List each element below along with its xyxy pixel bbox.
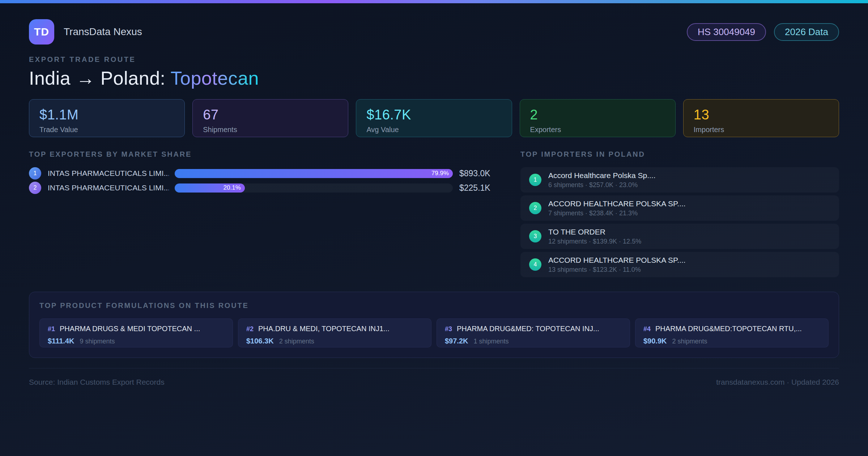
products-grid: #1 PHARMA DRUGS & MEDI TOPOTECAN ... $11… (39, 318, 829, 347)
exporters-heading: TOP EXPORTERS BY MARKET SHARE (29, 150, 497, 159)
exporter-row[interactable]: 2 INTAS PHARMACEUTICALS LIMI... 20.1% $2… (29, 182, 497, 194)
importers-heading: TOP IMPORTERS IN POLAND (520, 150, 839, 159)
importer-item[interactable]: 2 ACCORD HEALTHCARE POLSKA SP.... 7 ship… (520, 195, 839, 221)
stat-card-shipments: 67 Shipments (192, 99, 348, 137)
product-value: $111.4K (48, 337, 74, 345)
product-value: $106.3K (246, 337, 274, 345)
stat-value: 13 (694, 107, 829, 123)
stat-value: $1.1M (39, 107, 174, 123)
brand-logo: TD (29, 19, 54, 45)
stat-card-importers: 13 Importers (683, 99, 839, 137)
market-share-bar: 79.9% (175, 169, 453, 178)
stat-label: Shipments (203, 126, 338, 134)
rank-badge: 2 (529, 202, 541, 214)
product-card[interactable]: #2 PHA.DRU & MEDI, TOPOTECAN INJ1... $10… (238, 318, 431, 347)
product-card[interactable]: #1 PHARMA DRUGS & MEDI TOPOTECAN ... $11… (39, 318, 233, 347)
stat-value: $16.7K (366, 107, 501, 123)
brand: TD TransData Nexus (29, 19, 142, 45)
exporter-value: $893.0K (459, 169, 497, 178)
importer-meta: 6 shipments · $257.0K · 23.0% (548, 181, 655, 189)
product-meta-row: $111.4K 9 shipments (48, 337, 225, 345)
product-value: $97.2K (445, 337, 468, 345)
product-shipments: 2 shipments (279, 338, 314, 345)
product-rank: #1 (48, 325, 55, 333)
importer-meta: 13 shipments · $123.2K · 11.0% (548, 266, 686, 274)
product-name: PHARMA DRUGS & MEDI TOPOTECAN ... (60, 325, 200, 333)
top-accent-bar (0, 0, 868, 3)
title-route: India → Poland: (29, 68, 171, 89)
product-name: PHA.DRU & MEDI, TOPOTECAN INJ1... (258, 325, 390, 333)
importer-name: ACCORD HEALTHCARE POLSKA SP.... (548, 256, 686, 265)
market-share-label: 20.1% (224, 184, 241, 191)
brand-name: TransData Nexus (64, 26, 142, 38)
rank-badge: 1 (29, 167, 41, 180)
page-container: TD TransData Nexus HS 30049049 2026 Data… (0, 3, 868, 387)
product-rank: #3 (445, 325, 452, 333)
hs-code-badge[interactable]: HS 30049049 (687, 23, 766, 41)
exporter-value: $225.1K (459, 183, 497, 193)
importer-name: TO THE ORDER (548, 228, 641, 236)
importer-name: ACCORD HEALTHCARE POLSKA SP.... (548, 199, 686, 208)
stat-card-trade-value: $1.1M Trade Value (29, 99, 185, 137)
rank-badge: 3 (529, 230, 541, 242)
product-rank: #4 (643, 325, 651, 333)
stat-label: Exporters (530, 126, 665, 134)
product-title-row: #4 PHARMA DRUG&MED:TOPOTECAN RTU,... (643, 325, 820, 333)
importer-item[interactable]: 3 TO THE ORDER 12 shipments · $139.9K · … (520, 224, 839, 249)
product-card[interactable]: #4 PHARMA DRUG&MED:TOPOTECAN RTU,... $90… (635, 318, 829, 347)
product-meta-row: $106.3K 2 shipments (246, 337, 423, 345)
product-rank: #2 (246, 325, 254, 333)
header: TD TransData Nexus HS 30049049 2026 Data (29, 3, 839, 45)
product-shipments: 9 shipments (80, 338, 115, 345)
importer-meta: 12 shipments · $139.9K · 12.5% (548, 238, 641, 245)
rank-badge: 1 (529, 174, 541, 186)
stat-label: Trade Value (39, 126, 174, 134)
market-share-bar-track: 79.9% (175, 169, 453, 178)
product-title-row: #2 PHA.DRU & MEDI, TOPOTECAN INJ1... (246, 325, 423, 333)
exporter-row[interactable]: 1 INTAS PHARMACEUTICALS LIMI... 79.9% $8… (29, 167, 497, 180)
products-heading: TOP PRODUCT FORMULATIONS ON THIS ROUTE (39, 301, 829, 310)
exporter-name: INTAS PHARMACEUTICALS LIMI... (48, 169, 169, 178)
product-meta-row: $97.2K 1 shipments (445, 337, 622, 345)
market-share-bar-track: 20.1% (175, 183, 453, 193)
stat-label: Avg Value (366, 126, 501, 134)
eyebrow-label: EXPORT TRADE ROUTE (29, 55, 839, 64)
product-title-row: #3 PHARMA DRUG&MED: TOPOTECAN INJ... (445, 325, 622, 333)
importers-list: 1 Accord Healthcare Polska Sp.... 6 ship… (520, 167, 839, 277)
product-title-row: #1 PHARMA DRUGS & MEDI TOPOTECAN ... (48, 325, 225, 333)
products-panel: TOP PRODUCT FORMULATIONS ON THIS ROUTE #… (29, 292, 839, 358)
importer-info: ACCORD HEALTHCARE POLSKA SP.... 7 shipme… (548, 199, 686, 217)
footer-source: Source: Indian Customs Export Records (29, 378, 165, 387)
exporters-list: 1 INTAS PHARMACEUTICALS LIMI... 79.9% $8… (29, 167, 497, 194)
importer-info: TO THE ORDER 12 shipments · $139.9K · 12… (548, 228, 641, 245)
importer-name: Accord Healthcare Polska Sp.... (548, 171, 655, 180)
rank-badge: 4 (529, 258, 541, 271)
importer-item[interactable]: 4 ACCORD HEALTHCARE POLSKA SP.... 13 shi… (520, 252, 839, 277)
market-share-label: 79.9% (431, 170, 449, 177)
footer-site: transdatanexus.com · Updated 2026 (716, 378, 839, 387)
product-meta-row: $90.9K 2 shipments (643, 337, 820, 345)
header-badges: HS 30049049 2026 Data (687, 23, 839, 41)
exporter-name: INTAS PHARMACEUTICALS LIMI... (48, 183, 169, 192)
main-columns: TOP EXPORTERS BY MARKET SHARE 1 INTAS PH… (29, 150, 839, 277)
stat-label: Importers (694, 126, 829, 134)
product-name: PHARMA DRUG&MED: TOPOTECAN INJ... (457, 325, 599, 333)
stat-value: 2 (530, 107, 665, 123)
importer-info: Accord Healthcare Polska Sp.... 6 shipme… (548, 171, 655, 189)
product-shipments: 1 shipments (474, 338, 509, 345)
page-title: India → Poland: Topotecan (29, 67, 839, 89)
title-product: Topotecan (171, 68, 259, 89)
exporters-section: TOP EXPORTERS BY MARKET SHARE 1 INTAS PH… (29, 150, 497, 194)
product-value: $90.9K (643, 337, 667, 345)
stat-card-avg-value: $16.7K Avg Value (356, 99, 512, 137)
product-card[interactable]: #3 PHARMA DRUG&MED: TOPOTECAN INJ... $97… (437, 318, 630, 347)
stat-cards: $1.1M Trade Value 67 Shipments $16.7K Av… (29, 99, 839, 137)
importer-info: ACCORD HEALTHCARE POLSKA SP.... 13 shipm… (548, 256, 686, 274)
stat-value: 67 (203, 107, 338, 123)
product-name: PHARMA DRUG&MED:TOPOTECAN RTU,... (655, 325, 802, 333)
footer: Source: Indian Customs Export Records tr… (29, 368, 839, 387)
stat-card-exporters: 2 Exporters (520, 99, 676, 137)
importer-meta: 7 shipments · $238.4K · 21.3% (548, 210, 686, 217)
importer-item[interactable]: 1 Accord Healthcare Polska Sp.... 6 ship… (520, 167, 839, 193)
data-year-badge[interactable]: 2026 Data (774, 23, 839, 41)
